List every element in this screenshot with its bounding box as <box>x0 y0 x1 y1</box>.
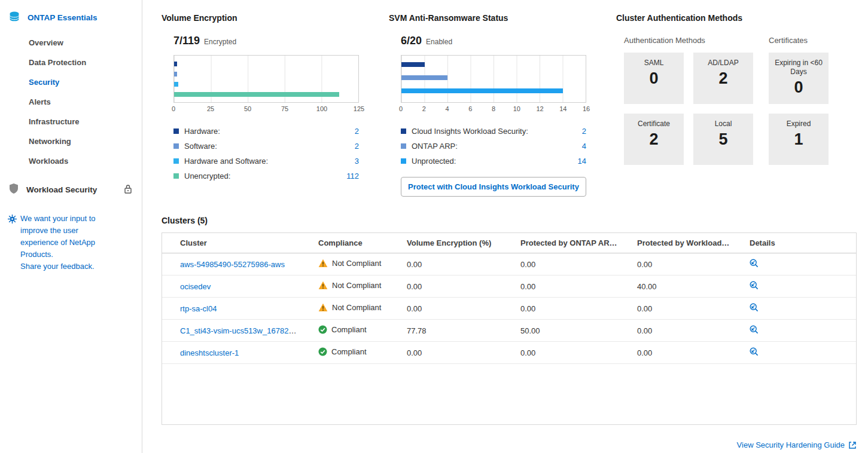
sidebar-header: ONTAP Essentials <box>0 5 142 30</box>
cluster-link[interactable]: rtp-sa-cl04 <box>180 304 217 313</box>
volume-encryption-legend: Hardware: 2 Software: 2 Hardware and Sof… <box>173 124 359 183</box>
panel-title: Volume Encryption <box>162 13 359 23</box>
svm-arp-legend: Cloud Insights Workload Security: 2 ONTA… <box>401 124 586 169</box>
encrypted-stat: 7/119 <box>173 35 200 47</box>
bar-unencrypted <box>174 92 339 97</box>
cell-ontap-arp: 50.00 <box>511 320 628 342</box>
table-row: C1_sti43-vsim-ucs513w_1678253476 Complia… <box>162 320 856 342</box>
app-title: ONTAP Essentials <box>28 13 98 22</box>
legend-swatch <box>173 143 179 149</box>
feedback-link[interactable]: Share your feedback. <box>20 262 95 271</box>
x-axis-ticks: 0 2 4 6 8 10 12 14 16 <box>401 105 586 114</box>
cell-volume-encryption: 0.00 <box>397 342 511 364</box>
cell-ontap-arp: 0.00 <box>511 253 628 276</box>
details-icon[interactable] <box>750 259 759 268</box>
sidebar-item-data-protection[interactable]: Data Protection <box>0 53 142 72</box>
legend-swatch <box>173 173 179 179</box>
sidebar-item-workload-security[interactable]: Workload Security <box>0 175 142 204</box>
legend-value-link[interactable]: 2 <box>582 127 586 136</box>
legend-swatch <box>173 158 179 164</box>
details-icon[interactable] <box>750 303 759 312</box>
volume-encryption-panel: Volume Encryption 7/119 Encrypted 0 <box>162 13 359 197</box>
cell-ontap-arp: 0.00 <box>511 342 628 364</box>
col-volume-encryption[interactable]: Volume Encryption (%) <box>397 233 511 253</box>
details-icon[interactable] <box>750 325 759 334</box>
legend-value-link[interactable]: 112 <box>346 172 359 180</box>
sidebar-item-workloads[interactable]: Workloads <box>0 151 142 171</box>
footer: View Security Hardening Guide <box>162 440 857 449</box>
legend-item: Unencrypted: 112 <box>173 169 359 183</box>
legend-label: Software: <box>184 142 217 151</box>
legend-swatch <box>401 158 406 164</box>
bar-ontap-arp <box>401 75 447 80</box>
workload-security-label: Workload Security <box>26 185 97 194</box>
col-ontap-arp[interactable]: Protected by ONTAP ARP (%) <box>511 233 628 253</box>
legend-item: Software: 2 <box>173 139 359 154</box>
tile-saml: SAML 0 <box>624 53 684 104</box>
status-badge: Not Compliant <box>318 259 381 268</box>
legend-label: Hardware: <box>184 127 220 136</box>
cell-volume-encryption: 0.00 <box>397 253 511 276</box>
legend-item: Unprotected: 14 <box>401 154 586 169</box>
tile-local: Local 5 <box>693 114 753 165</box>
legend-value-link[interactable]: 2 <box>355 142 359 151</box>
cell-workload-sec: 0.00 <box>628 342 740 364</box>
legend-value-link[interactable]: 4 <box>582 142 586 151</box>
cluster-link[interactable]: ocisedev <box>180 282 211 291</box>
x-axis-ticks: 0 25 50 75 100 125 <box>173 105 359 114</box>
cell-volume-encryption: 0.00 <box>397 298 511 320</box>
warning-icon <box>318 303 328 312</box>
clusters-section: Clusters (5) Cluster Compliance Volume E… <box>162 216 857 449</box>
legend-value-link[interactable]: 2 <box>355 127 359 136</box>
security-hardening-guide-link[interactable]: View Security Hardening Guide <box>737 440 857 449</box>
table-row: ocisedev Not Compliant 0.00 0.00 40.00 <box>162 276 856 298</box>
shield-icon <box>8 183 19 196</box>
enabled-stat: 6/20 <box>401 35 422 47</box>
legend-item: Cloud Insights Workload Security: 2 <box>401 124 586 139</box>
legend-value-link[interactable]: 3 <box>355 157 359 166</box>
details-icon[interactable] <box>750 281 759 290</box>
warning-icon <box>318 281 328 290</box>
col-details: Details <box>740 233 856 253</box>
table-row: aws-54985490-55275986-aws Not Compliant … <box>162 253 856 276</box>
legend-value-link[interactable]: 14 <box>578 157 586 166</box>
col-compliance[interactable]: Compliance <box>309 233 397 253</box>
sidebar-item-networking[interactable]: Networking <box>0 131 142 151</box>
sidebar-item-alerts[interactable]: Alerts <box>0 92 142 112</box>
sidebar-item-security[interactable]: Security <box>0 72 142 92</box>
status-badge: Not Compliant <box>318 281 381 290</box>
feedback-icon <box>7 214 17 228</box>
tile-certificate: Certificate 2 <box>624 114 684 165</box>
col-workload-sec[interactable]: Protected by Workload Sec… <box>628 233 740 253</box>
sidebar-item-overview[interactable]: Overview <box>0 33 142 53</box>
legend-swatch <box>401 143 406 149</box>
cluster-link[interactable]: C1_sti43-vsim-ucs513w_1678253476 <box>180 326 309 335</box>
cluster-auth-panel: Cluster Authentication Methods Authentic… <box>616 13 857 197</box>
col-cluster[interactable]: Cluster <box>162 233 309 253</box>
cell-workload-sec: 0.00 <box>628 298 740 320</box>
app-root: ONTAP Essentials Overview Data Protectio… <box>0 0 868 453</box>
details-icon[interactable] <box>750 347 759 356</box>
cell-ontap-arp: 0.00 <box>511 298 628 320</box>
cell-volume-encryption: 0.00 <box>397 276 511 298</box>
bar-hardware <box>174 62 177 66</box>
protect-with-workload-security-button[interactable]: Protect with Cloud Insights Workload Sec… <box>401 177 586 197</box>
ontap-essentials-icon <box>8 11 20 25</box>
cell-workload-sec: 40.00 <box>628 276 740 298</box>
feedback-block: We want your input to improve the user e… <box>0 210 142 273</box>
legend-item: ONTAP ARP: 4 <box>401 139 586 154</box>
cluster-link[interactable]: aws-54985490-55275986-aws <box>180 260 285 269</box>
auth-methods-label: Authentication Methods <box>624 36 753 45</box>
legend-label: Hardware and Software: <box>184 157 268 166</box>
sidebar-item-infrastructure[interactable]: Infrastructure <box>0 112 142 131</box>
table-row: rtp-sa-cl04 Not Compliant 0.00 0.00 0.00 <box>162 298 856 320</box>
cluster-link[interactable]: dineshtscluster-1 <box>180 348 239 357</box>
enabled-stat-label: Enabled <box>426 38 452 46</box>
clusters-title: Clusters (5) <box>162 216 857 225</box>
bar-hardware-and-software <box>174 82 178 87</box>
external-link-icon <box>848 441 857 449</box>
sidebar-nav: Overview Data Protection Security Alerts… <box>0 33 142 171</box>
legend-label: Unprotected: <box>412 157 456 166</box>
legend-label: Cloud Insights Workload Security: <box>412 127 528 136</box>
status-badge: Compliant <box>318 325 367 334</box>
